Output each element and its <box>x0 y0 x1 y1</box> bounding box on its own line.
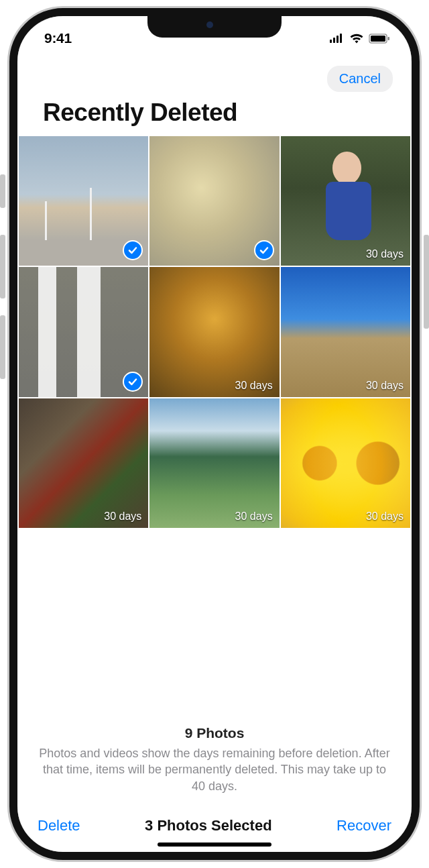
battery-icon <box>369 34 390 44</box>
photo-thumbnail[interactable] <box>19 136 148 266</box>
photo-thumbnail[interactable]: 30 days <box>281 136 410 266</box>
photo-image <box>149 398 279 528</box>
photo-image <box>281 136 410 266</box>
side-button-power <box>424 235 429 329</box>
wifi-icon <box>349 33 364 44</box>
svg-rect-0 <box>330 40 332 43</box>
notch <box>147 15 282 38</box>
cellular-icon <box>330 34 345 43</box>
phone-frame: 9:41 Cancel Recently Deleted 30 days30 d… <box>9 8 420 860</box>
photo-image <box>281 398 410 528</box>
photo-thumbnail[interactable]: 30 days <box>281 398 410 528</box>
svg-rect-1 <box>333 38 335 43</box>
footer-note: Photos and videos show the days remainin… <box>34 745 395 794</box>
photo-grid: 30 days30 days30 days30 days30 days30 da… <box>17 136 412 528</box>
checkmark-icon <box>123 372 143 392</box>
days-remaining-label: 30 days <box>366 380 404 392</box>
svg-rect-5 <box>371 36 385 42</box>
days-remaining-label: 30 days <box>235 510 273 523</box>
photo-image <box>19 398 148 528</box>
photo-count: 9 Photos <box>34 725 395 741</box>
photo-thumbnail[interactable]: 30 days <box>149 267 279 396</box>
selection-count: 3 Photos Selected <box>145 817 272 834</box>
side-button-mute <box>0 174 5 208</box>
checkmark-icon <box>254 240 274 260</box>
recover-button[interactable]: Recover <box>336 817 391 834</box>
photo-thumbnail[interactable]: 30 days <box>281 267 410 396</box>
photo-thumbnail[interactable] <box>149 136 279 266</box>
svg-rect-2 <box>336 36 339 43</box>
photo-thumbnail[interactable]: 30 days <box>149 398 279 528</box>
days-remaining-label: 30 days <box>235 380 273 392</box>
nav-header: Cancel <box>17 54 412 96</box>
svg-rect-6 <box>388 37 390 40</box>
page-title: Recently Deleted <box>17 96 412 136</box>
photo-thumbnail[interactable]: 30 days <box>19 398 148 528</box>
status-icons <box>330 33 390 44</box>
status-time: 9:41 <box>44 30 72 46</box>
days-remaining-label: 30 days <box>104 510 141 523</box>
side-button-volume-up <box>0 235 5 299</box>
home-indicator[interactable] <box>158 843 271 847</box>
delete-button[interactable]: Delete <box>38 817 80 834</box>
photo-image <box>149 267 279 396</box>
days-remaining-label: 30 days <box>366 248 404 260</box>
svg-rect-3 <box>340 34 342 43</box>
cancel-button[interactable]: Cancel <box>327 66 393 92</box>
side-button-volume-down <box>0 315 5 379</box>
photo-thumbnail[interactable] <box>19 267 148 396</box>
days-remaining-label: 30 days <box>366 510 404 523</box>
footer-summary: 9 Photos Photos and videos show the days… <box>17 725 412 800</box>
screen: 9:41 Cancel Recently Deleted 30 days30 d… <box>17 16 412 852</box>
photo-image <box>281 267 410 396</box>
